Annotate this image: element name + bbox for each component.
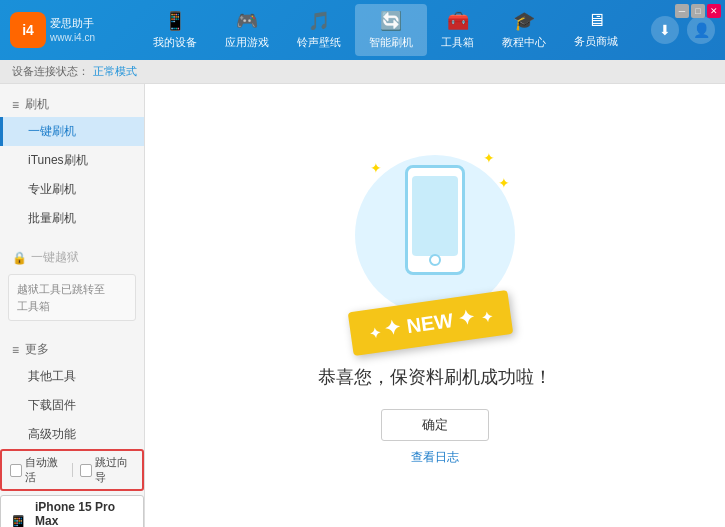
service-icon: 🖥 [587, 10, 605, 31]
sidebar-other-tools[interactable]: 其他工具 [0, 362, 144, 391]
nav-ringtone[interactable]: 🎵 铃声壁纸 [283, 4, 355, 56]
sidebar-advanced[interactable]: 高级功能 [0, 420, 144, 449]
phone-illustration: ✦ ✦ ✦ ✦ NEW ✦ [345, 145, 525, 345]
nav-tutorial[interactable]: 🎓 教程中心 [488, 4, 560, 56]
auto-activate-checkbox-box[interactable] [10, 464, 22, 477]
star-1: ✦ [370, 160, 382, 176]
phone-home-button [429, 254, 441, 266]
minimize-button[interactable]: ─ [675, 4, 689, 18]
nav-service[interactable]: 🖥 务员商城 [560, 4, 632, 56]
user-button[interactable]: 👤 [687, 16, 715, 44]
content-area: ✦ ✦ ✦ ✦ NEW ✦ 恭喜您，保资料刷机成功啦！ 确定 查看日志 [145, 84, 725, 527]
nav-toolbox[interactable]: 🧰 工具箱 [427, 4, 488, 56]
sidebar-itunes-flash[interactable]: iTunes刷机 [0, 146, 144, 175]
sidebar-download-firmware[interactable]: 下载固件 [0, 391, 144, 420]
sidebar-section-flash: ≡ 刷机 [0, 92, 144, 117]
sidebar-jailbreak-disabled: 🔒 一键越狱 [0, 245, 144, 270]
toolbox-icon: 🧰 [447, 10, 469, 32]
nav-my-device[interactable]: 📱 我的设备 [139, 4, 211, 56]
device-info-row: 📱 iPhone 15 Pro Max 512GB iPhone [0, 495, 144, 527]
lock-icon: 🔒 [12, 251, 27, 265]
success-message: 恭喜您，保资料刷机成功啦！ [318, 365, 552, 389]
log-link[interactable]: 查看日志 [411, 449, 459, 466]
ringtone-icon: 🎵 [308, 10, 330, 32]
tutorial-icon: 🎓 [513, 10, 535, 32]
header: i4 爱思助手 www.i4.cn 📱 我的设备 🎮 应用游戏 🎵 铃声壁纸 🔄… [0, 0, 725, 60]
main-layout: ≡ 刷机 一键刷机 iTunes刷机 专业刷机 批量刷机 🔒 一键越狱 越狱工具… [0, 84, 725, 527]
phone-body [405, 165, 465, 275]
sidebar-section-more: ≡ 更多 [0, 337, 144, 362]
smart-flash-icon: 🔄 [380, 10, 402, 32]
star-2: ✦ [483, 150, 495, 166]
device-phone-icon: 📱 [7, 514, 29, 527]
maximize-button[interactable]: □ [691, 4, 705, 18]
sidebar-info-box: 越狱工具已跳转至 工具箱 [8, 274, 136, 321]
device-details: iPhone 15 Pro Max 512GB iPhone [35, 500, 137, 527]
more-section-icon: ≡ [12, 343, 19, 357]
sidebar-one-key-flash[interactable]: 一键刷机 [0, 117, 144, 146]
header-right: ⬇ 👤 [651, 16, 715, 44]
new-badge: ✦ NEW ✦ [348, 290, 514, 356]
apps-games-icon: 🎮 [236, 10, 258, 32]
breadcrumb: 设备连接状态： 正常模式 [0, 60, 725, 84]
nav-smart-flash[interactable]: 🔄 智能刷机 [355, 4, 427, 56]
sidebar-batch-flash[interactable]: 批量刷机 [0, 204, 144, 233]
flash-section-icon: ≡ [12, 98, 19, 112]
logo-icon: i4 [10, 12, 46, 48]
phone-screen [412, 176, 458, 256]
my-device-icon: 📱 [164, 10, 186, 32]
skip-guide-checkbox[interactable]: 跳过向导 [80, 455, 134, 485]
skip-guide-checkbox-box[interactable] [80, 464, 92, 477]
logo: i4 爱思助手 www.i4.cn [10, 12, 120, 48]
window-controls: ─ □ ✕ [675, 4, 721, 18]
star-3: ✦ [498, 175, 510, 191]
device-name: iPhone 15 Pro Max [35, 500, 137, 527]
nav-apps-games[interactable]: 🎮 应用游戏 [211, 4, 283, 56]
auto-activate-checkbox[interactable]: 自动激活 [10, 455, 64, 485]
device-options-row: 自动激活 跳过向导 [0, 449, 144, 491]
download-button[interactable]: ⬇ [651, 16, 679, 44]
close-button[interactable]: ✕ [707, 4, 721, 18]
sidebar: ≡ 刷机 一键刷机 iTunes刷机 专业刷机 批量刷机 🔒 一键越狱 越狱工具… [0, 84, 145, 527]
nav-bar: 📱 我的设备 🎮 应用游戏 🎵 铃声壁纸 🔄 智能刷机 🧰 工具箱 🎓 [120, 4, 651, 56]
sidebar-pro-flash[interactable]: 专业刷机 [0, 175, 144, 204]
checkbox-divider [72, 463, 73, 477]
logo-text: 爱思助手 www.i4.cn [50, 16, 95, 43]
confirm-button[interactable]: 确定 [381, 409, 489, 441]
